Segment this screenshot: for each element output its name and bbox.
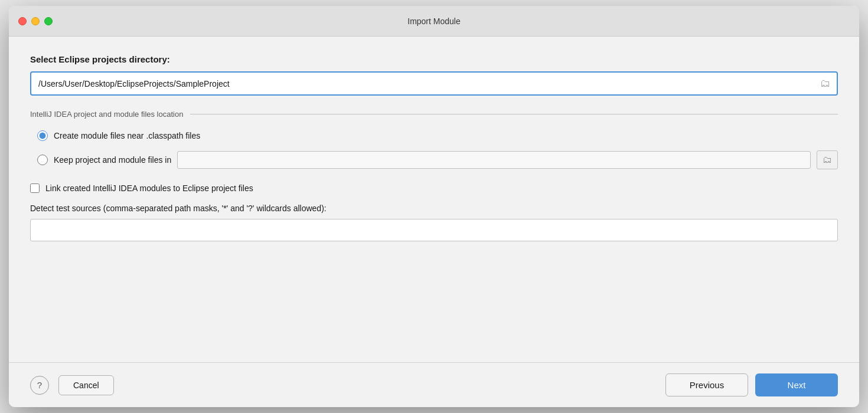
close-button[interactable] [18,17,27,25]
maximize-button[interactable] [44,17,53,25]
browse-folder-icon[interactable]: 🗂 [814,73,837,94]
radio-row-keep: Keep project and module files in 🗂 [37,150,838,169]
footer: ? Cancel Previous Next [9,362,859,407]
link-checkbox-label: Link created IntelliJ IDEA modules to Ec… [45,183,253,193]
keep-path-input[interactable] [177,151,811,169]
window-controls [18,17,53,25]
radio-group: Create module files near .classpath file… [30,130,838,169]
radio-classpath-label: Create module files near .classpath file… [54,131,200,140]
directory-input[interactable] [31,73,814,94]
previous-button[interactable]: Previous [665,373,748,396]
keep-browse-btn[interactable]: 🗂 [817,150,838,169]
dialog-content: Select Eclipse projects directory: 🗂 Int… [9,37,859,362]
footer-left: ? Cancel [30,375,114,395]
cancel-button[interactable]: Cancel [58,375,114,395]
checkbox-row: Link created IntelliJ IDEA modules to Ec… [30,183,838,193]
footer-right: Previous Next [665,373,838,396]
directory-row: 🗂 [30,71,838,96]
section-label: Select Eclipse projects directory: [30,54,838,64]
location-section-divider: IntelliJ IDEA project and module files l… [30,110,838,119]
radio-keep-label: Keep project and module files in [54,155,171,165]
import-module-dialog: Import Module Select Eclipse projects di… [9,6,859,407]
radio-keep[interactable] [37,155,48,165]
detect-sources-label: Detect test sources (comma-separated pat… [30,204,838,213]
help-button[interactable]: ? [30,376,49,395]
divider-line [190,114,838,114]
detect-sources-input[interactable] [30,219,838,241]
title-bar: Import Module [9,6,859,37]
dialog-title: Import Module [407,17,460,26]
radio-row-classpath: Create module files near .classpath file… [37,130,838,141]
keep-path-row: 🗂 [177,150,838,169]
location-section-label: IntelliJ IDEA project and module files l… [30,110,183,119]
link-checkbox[interactable] [30,183,40,193]
radio-classpath[interactable] [37,130,48,141]
minimize-button[interactable] [31,17,40,25]
next-button[interactable]: Next [755,373,838,396]
